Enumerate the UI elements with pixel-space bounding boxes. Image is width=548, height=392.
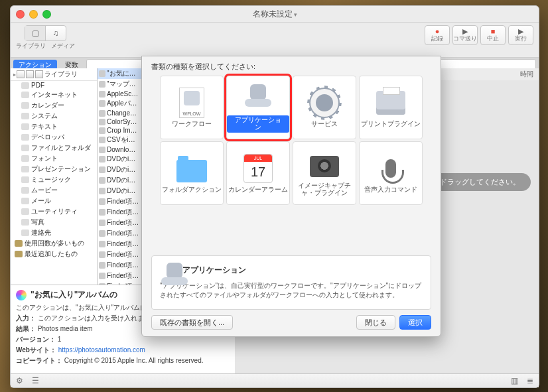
gear-icon[interactable]: ⚙	[15, 376, 24, 385]
doctype-label: アプリケーション	[227, 115, 289, 133]
doctype-folderaction[interactable]: フォルダアクション	[160, 141, 224, 205]
library-item[interactable]: フォント	[11, 153, 97, 164]
action-icon	[99, 100, 105, 107]
action-item[interactable]: Crop Im…	[98, 126, 143, 135]
workflow-view-icon[interactable]: ☰	[31, 376, 40, 385]
library-item[interactable]: 写真	[11, 217, 97, 228]
category-icon	[21, 176, 29, 183]
action-item[interactable]: DVDのi…	[98, 154, 143, 164]
step-button[interactable]: ▶コマ送り	[452, 25, 478, 45]
close-button[interactable]: 閉じる	[356, 315, 395, 330]
library-view-button[interactable]: ▢	[25, 26, 46, 40]
action-item[interactable]: Finder項…	[98, 228, 143, 239]
choose-button[interactable]: 選択	[399, 315, 431, 330]
stop-button[interactable]: ■中止	[480, 25, 506, 45]
library-item[interactable]: インターネット	[11, 90, 97, 100]
doctype-imagecapture[interactable]: イメージキャプチャ・プラグイン	[293, 141, 356, 205]
action-item[interactable]: CSVをi…	[98, 135, 143, 145]
dictation-icon	[375, 153, 407, 184]
action-item[interactable]: Finder項…	[98, 249, 143, 260]
library-item[interactable]: ファイルとフォルダ	[11, 143, 97, 153]
category-icon	[21, 187, 29, 194]
doctype-label: カレンダーアラーム	[228, 186, 288, 194]
website-link[interactable]: https://photosautomation.com	[58, 346, 145, 354]
action-item[interactable]: Finder項…	[98, 239, 143, 249]
titlebar: 名称未設定▾	[11, 6, 539, 23]
action-item[interactable]: Change…	[98, 109, 143, 117]
library-header[interactable]: ▸ ライブラリ	[11, 68, 97, 81]
action-item[interactable]: Finder項…	[98, 271, 143, 281]
library-item[interactable]: プレゼンテーション	[11, 164, 97, 174]
action-item[interactable]: "マップ…	[98, 79, 143, 90]
smart-icon	[15, 240, 23, 247]
doctype-dictation[interactable]: 音声入力コマンド	[359, 141, 423, 205]
photos-icon	[16, 290, 27, 300]
info-line: コピーライト： Copyright © 2015 Apple Inc. All …	[16, 356, 230, 365]
library-item[interactable]: デベロッパ	[11, 132, 97, 143]
action-item[interactable]: Finder項…	[98, 260, 143, 271]
library-smart-item[interactable]: 使用回数が多いもの	[11, 238, 97, 249]
action-icon	[99, 91, 105, 98]
category-icon	[21, 123, 29, 130]
statusbar: ⚙ ☰ ▥ ≣	[11, 373, 539, 387]
action-icon	[99, 110, 105, 117]
type-description: アプリケーション "アプリケーション"は、自己実行型のワークフローです。"アプリ…	[151, 255, 431, 310]
doctype-label: ワークフロー	[172, 121, 212, 128]
action-icon	[99, 70, 105, 77]
action-icon	[99, 262, 105, 269]
library-item[interactable]: ミュージック	[11, 174, 97, 185]
library-item[interactable]: ユーティリティ	[11, 206, 97, 217]
new-document-sheet: 書類の種類を選択してください: ワークフローアプリケーションサービスプリントプラ…	[141, 56, 441, 337]
library-item[interactable]: ムービー	[11, 185, 97, 196]
library-smart-item[interactable]: 最近追加したもの	[11, 249, 97, 259]
library-item[interactable]: システム	[11, 111, 97, 121]
chevron-down-icon[interactable]: ▾	[294, 11, 297, 18]
action-item[interactable]: "お気に…	[98, 68, 143, 79]
action-icon	[99, 137, 105, 143]
doctype-label: イメージキャプチャ・プラグイン	[293, 182, 356, 197]
window-title: 名称未設定▾	[11, 6, 539, 22]
list-icon[interactable]: ≣	[525, 376, 535, 385]
category-icon	[21, 102, 29, 109]
category-icon	[21, 134, 29, 141]
action-icon	[99, 119, 105, 125]
library-item[interactable]: メール	[11, 196, 97, 206]
action-icon	[99, 81, 105, 88]
library-item[interactable]: PDF	[11, 81, 97, 90]
category-icon	[21, 113, 29, 119]
doctype-application[interactable]: アプリケーション	[226, 76, 290, 139]
library-item[interactable]: カレンダー	[11, 100, 97, 111]
action-item[interactable]: DVDのi…	[98, 186, 143, 196]
action-item[interactable]: Downlo…	[98, 145, 143, 154]
service-icon	[308, 88, 340, 118]
doctype-calalarm[interactable]: JUL17カレンダーアラーム	[226, 141, 290, 205]
action-item[interactable]: ColorSy…	[98, 117, 143, 126]
action-icon	[99, 198, 105, 205]
category-icon	[21, 229, 29, 236]
columns-icon[interactable]: ▥	[510, 376, 519, 385]
record-button[interactable]: ●記録	[425, 25, 450, 45]
action-item[interactable]: Finder項…	[98, 196, 143, 207]
action-item[interactable]: DVDのi…	[98, 164, 143, 175]
action-item[interactable]: Appleパ…	[98, 98, 143, 109]
library-item[interactable]: 連絡先	[11, 228, 97, 238]
category-icon	[21, 219, 29, 226]
category-icon	[21, 82, 29, 89]
media-view-button[interactable]: ♫	[46, 26, 66, 40]
action-icon	[99, 251, 105, 258]
view-toggle[interactable]: ▢ ♫	[25, 25, 66, 41]
doctype-printplugin[interactable]: プリントプラグイン	[359, 76, 423, 139]
library-item[interactable]: テキスト	[11, 121, 97, 132]
action-item[interactable]: Finder項…	[98, 207, 143, 218]
action-item[interactable]: DVDのi…	[98, 175, 143, 186]
action-icon	[99, 273, 105, 279]
action-icon	[99, 156, 105, 163]
open-existing-button[interactable]: 既存の書類を開く...	[151, 315, 233, 330]
doctype-service[interactable]: サービス	[293, 76, 356, 139]
action-icon	[99, 230, 105, 237]
action-item[interactable]: AppleSc…	[98, 90, 143, 98]
doctype-workflow[interactable]: ワークフロー	[160, 76, 224, 139]
action-item[interactable]: Finder項…	[98, 218, 143, 228]
action-icon	[99, 127, 105, 134]
run-button[interactable]: ▶実行	[508, 25, 533, 45]
